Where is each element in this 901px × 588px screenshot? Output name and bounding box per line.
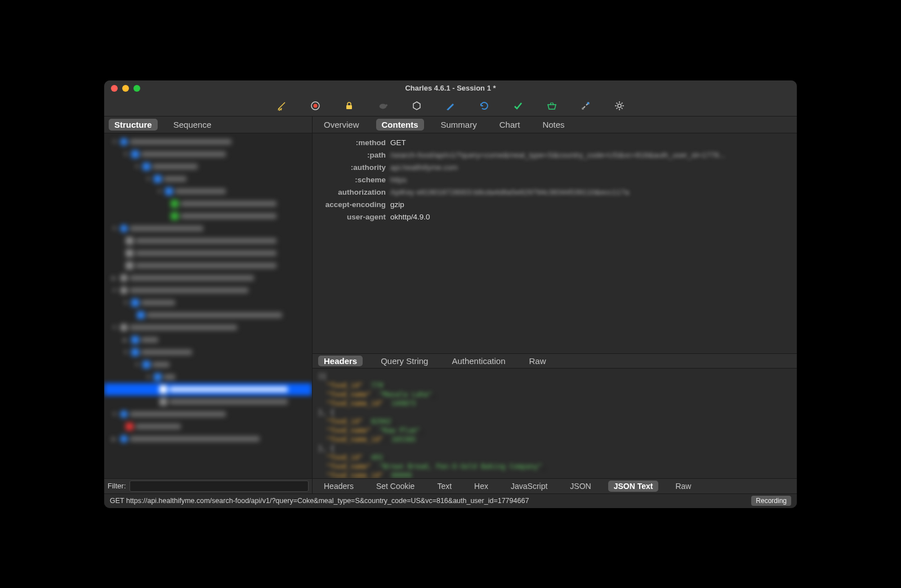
broom-icon[interactable]	[276, 101, 287, 111]
tab-resp-raw[interactable]: Raw	[670, 481, 697, 492]
content-tabs: Overview Contents Summary Chart Notes	[313, 116, 797, 133]
checkmark-icon[interactable]	[513, 101, 523, 111]
tab-text[interactable]: Text	[431, 481, 457, 492]
tab-sequence[interactable]: Sequence	[168, 119, 217, 131]
header-row: user-agentokhttp/4.9.0	[318, 211, 791, 223]
tab-req-headers[interactable]: Headers	[318, 356, 363, 366]
recording-badge[interactable]: Recording	[751, 496, 791, 506]
header-row: authorizationApiKey e819018728003:b8cda4…	[318, 186, 791, 199]
close-button[interactable]	[111, 85, 118, 92]
main-area: Structure Sequence ▼ ▼ ▼ ▼ ▼ ▼ ▶ ▼	[104, 116, 797, 493]
tab-notes[interactable]: Notes	[537, 119, 570, 131]
svg-point-7	[618, 104, 621, 107]
svg-point-4	[386, 104, 388, 106]
hexagon-icon[interactable]	[412, 101, 422, 111]
tab-overview[interactable]: Overview	[318, 119, 365, 131]
response-view-tabs: Headers Set Cookie Text Hex JavaScript J…	[313, 478, 797, 493]
gear-icon[interactable]	[614, 101, 625, 111]
titlebar: Charles 4.6.1 - Session 1 *	[104, 80, 797, 96]
svg-rect-2	[346, 105, 352, 109]
svg-point-6	[582, 107, 584, 110]
header-row: :methodGET	[318, 137, 791, 149]
refresh-icon[interactable]	[479, 101, 489, 111]
status-text: GET https://api.healthifyme.com/search-f…	[110, 497, 746, 505]
pencil-icon[interactable]	[445, 101, 456, 111]
tab-chart[interactable]: Chart	[494, 119, 526, 131]
tab-authentication[interactable]: Authentication	[446, 356, 511, 366]
svg-point-1	[314, 104, 318, 108]
tab-set-cookie[interactable]: Set Cookie	[371, 481, 420, 492]
request-headers-pane[interactable]: :methodGET :path/search-food/api/v1/?que…	[313, 133, 797, 353]
request-view-tabs: Headers Query String Authentication Raw	[313, 353, 797, 369]
tab-hex[interactable]: Hex	[469, 481, 494, 492]
statusbar: GET https://api.healthifyme.com/search-f…	[104, 493, 797, 508]
sidebar: Structure Sequence ▼ ▼ ▼ ▼ ▼ ▼ ▶ ▼	[104, 116, 313, 493]
svg-point-3	[380, 104, 387, 109]
tab-query-string[interactable]: Query String	[375, 356, 434, 366]
hosts-tree[interactable]: ▼ ▼ ▼ ▼ ▼ ▼ ▶ ▼ ▼ ▼ ▶ ▼	[104, 133, 312, 478]
tab-summary[interactable]: Summary	[435, 119, 483, 131]
svg-marker-5	[413, 102, 420, 110]
filter-label: Filter:	[108, 482, 126, 490]
turtle-icon[interactable]	[378, 101, 388, 111]
header-row: :authorityapi.healthifyme.com	[318, 161, 791, 174]
header-row: :schemehttps	[318, 174, 791, 186]
tab-javascript[interactable]: JavaScript	[505, 481, 553, 492]
tools-icon[interactable]	[581, 101, 591, 111]
filter-bar: Filter:	[104, 478, 312, 493]
lock-icon[interactable]	[344, 101, 354, 111]
filter-input[interactable]	[130, 481, 309, 492]
tab-resp-headers[interactable]: Headers	[318, 481, 359, 492]
tab-json-text[interactable]: JSON Text	[608, 481, 659, 492]
toolbar	[104, 96, 797, 116]
window-title: Charles 4.6.1 - Session 1 *	[111, 84, 790, 92]
header-row: :path/search-food/api/v1/?query=come&mea…	[318, 149, 791, 161]
sidebar-tabs: Structure Sequence	[104, 116, 312, 133]
record-icon[interactable]	[310, 101, 320, 111]
basket-icon[interactable]	[547, 101, 557, 111]
traffic-lights	[111, 85, 140, 92]
tab-req-raw[interactable]: Raw	[523, 356, 551, 366]
app-window: Charles 4.6.1 - Session 1 *	[104, 80, 797, 508]
zoom-button[interactable]	[133, 85, 140, 92]
tab-contents[interactable]: Contents	[376, 119, 424, 131]
response-body-pane[interactable]: [{ "food_id": 770, "food_name": "Masala …	[313, 369, 797, 478]
minimize-button[interactable]	[122, 85, 129, 92]
content-area: Overview Contents Summary Chart Notes :m…	[313, 116, 797, 493]
header-row: accept-encodinggzip	[318, 199, 791, 211]
tab-structure[interactable]: Structure	[109, 119, 158, 131]
tab-json[interactable]: JSON	[564, 481, 596, 492]
